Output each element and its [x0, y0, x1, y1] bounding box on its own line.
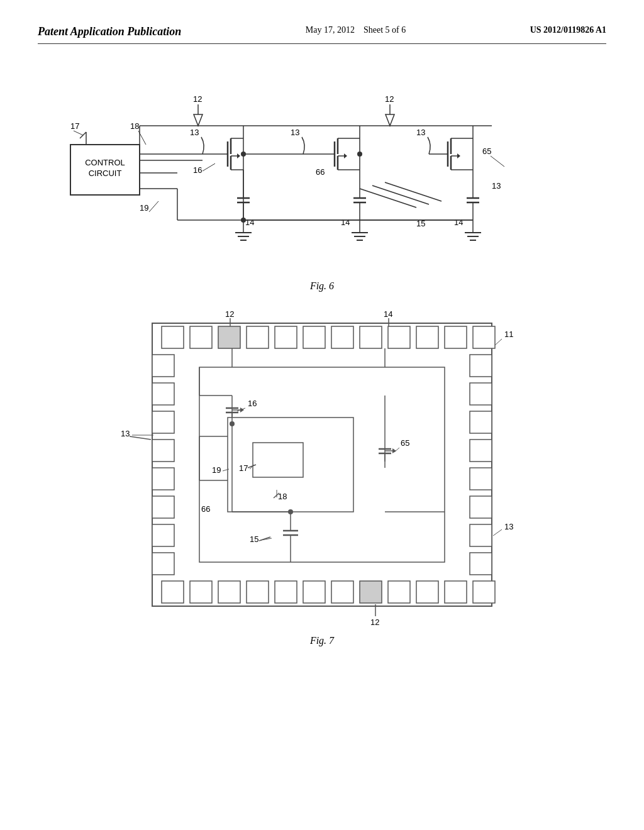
- svg-rect-101: [360, 581, 382, 603]
- svg-line-74: [372, 185, 429, 204]
- svg-rect-83: [190, 326, 212, 348]
- figure-6-container: CONTROL CIRCUIT 17 18 13: [38, 63, 606, 292]
- svg-rect-118: [470, 468, 492, 490]
- label-66-fig7: 66: [201, 504, 210, 514]
- publication-title: Patent Application Publication: [38, 25, 181, 38]
- svg-rect-113: [152, 553, 174, 575]
- svg-rect-86: [275, 326, 297, 348]
- svg-rect-116: [470, 411, 492, 433]
- label-66-fig6: 66: [316, 167, 325, 177]
- svg-rect-89: [360, 326, 382, 348]
- label-16-fig7: 16: [248, 399, 257, 408]
- svg-rect-90: [388, 326, 410, 348]
- svg-point-77: [357, 152, 362, 157]
- svg-rect-84: [218, 326, 240, 348]
- label-65-fig6: 65: [482, 147, 491, 156]
- svg-rect-102: [388, 581, 410, 603]
- svg-rect-87: [303, 326, 325, 348]
- svg-marker-13: [237, 153, 240, 158]
- fig7-label: Fig. 7: [38, 635, 606, 646]
- svg-rect-95: [190, 581, 212, 603]
- svg-point-78: [241, 218, 246, 223]
- label-13d-fig6: 13: [492, 181, 501, 191]
- figure-7-container: 16 17 18 19 65: [38, 304, 606, 646]
- svg-rect-91: [416, 326, 438, 348]
- svg-rect-117: [470, 440, 492, 462]
- svg-marker-33: [344, 153, 347, 158]
- svg-line-70: [203, 163, 215, 171]
- label-15-fig7: 15: [250, 534, 258, 544]
- svg-rect-114: [470, 355, 492, 377]
- label-13a-fig6: 13: [190, 128, 199, 137]
- label-19-fig6: 19: [140, 203, 148, 213]
- svg-line-39: [491, 156, 504, 167]
- svg-line-3: [74, 131, 83, 135]
- control-label-line1: CONTROL: [85, 158, 125, 167]
- svg-rect-94: [162, 581, 184, 603]
- svg-rect-112: [152, 524, 174, 546]
- svg-marker-20: [194, 114, 203, 126]
- svg-rect-92: [445, 326, 467, 348]
- svg-line-73: [360, 189, 416, 208]
- page-header: Patent Application Publication May 17, 2…: [38, 25, 606, 44]
- svg-rect-107: [152, 383, 174, 405]
- svg-line-165: [495, 339, 502, 345]
- svg-line-169: [130, 436, 151, 440]
- svg-marker-47: [457, 153, 460, 158]
- svg-rect-99: [303, 581, 325, 603]
- svg-rect-106: [152, 355, 174, 377]
- svg-line-71: [149, 201, 158, 212]
- label-19-fig7: 19: [212, 465, 221, 475]
- svg-rect-85: [247, 326, 269, 348]
- svg-rect-105: [473, 581, 495, 603]
- label-13a-fig7: 13: [121, 429, 130, 438]
- svg-line-170: [493, 529, 502, 536]
- svg-rect-81: [152, 323, 492, 606]
- label-65-fig7: 65: [401, 438, 409, 448]
- sheet-info: Sheet 5 of 6: [364, 25, 406, 35]
- date-sheet: May 17, 2012 Sheet 5 of 6: [306, 25, 406, 35]
- svg-rect-88: [331, 326, 353, 348]
- label-12b-fig7: 12: [370, 617, 379, 627]
- page: Patent Application Publication May 17, 2…: [0, 0, 644, 830]
- svg-point-76: [241, 152, 246, 157]
- figure-7-svg: 16 17 18 19 65: [102, 304, 542, 631]
- svg-rect-109: [152, 440, 174, 462]
- svg-rect-108: [152, 411, 174, 433]
- label-14b-fig6: 14: [341, 218, 350, 227]
- fig6-label: Fig. 6: [38, 280, 606, 292]
- label-13c-fig6: 13: [416, 128, 425, 137]
- svg-point-163: [288, 509, 293, 514]
- svg-rect-110: [152, 468, 174, 490]
- svg-rect-103: [416, 581, 438, 603]
- svg-line-75: [385, 182, 441, 201]
- label-13b-fig6: 13: [291, 128, 299, 137]
- svg-point-164: [230, 421, 235, 426]
- svg-rect-100: [331, 581, 353, 603]
- svg-rect-96: [218, 581, 240, 603]
- label-17-fig6: 17: [70, 121, 79, 131]
- label-16-fig6: 16: [193, 165, 202, 175]
- pub-date: May 17, 2012: [306, 25, 355, 35]
- pub-number: US 2012/0119826 A1: [530, 25, 606, 35]
- svg-rect-111: [152, 496, 174, 518]
- label-17-fig7: 17: [239, 463, 248, 473]
- figure-6-svg: CONTROL CIRCUIT 17 18 13: [52, 63, 592, 277]
- svg-rect-120: [470, 524, 492, 546]
- svg-rect-82: [162, 326, 184, 348]
- label-18-fig6: 18: [130, 121, 139, 131]
- svg-marker-22: [386, 114, 394, 126]
- control-label-line2: CIRCUIT: [89, 169, 122, 178]
- svg-rect-93: [473, 326, 495, 348]
- label-11-fig7: 11: [504, 329, 513, 339]
- label-14c-fig6: 14: [454, 218, 463, 227]
- svg-rect-121: [470, 553, 492, 575]
- label-14-fig7: 14: [384, 309, 392, 319]
- svg-rect-119: [470, 496, 492, 518]
- label-12a-fig6: 12: [193, 94, 202, 104]
- svg-rect-97: [247, 581, 269, 603]
- svg-rect-115: [470, 383, 492, 405]
- svg-rect-104: [445, 581, 467, 603]
- label-12b-fig6: 12: [385, 94, 394, 104]
- label-14a-fig6: 14: [245, 218, 254, 227]
